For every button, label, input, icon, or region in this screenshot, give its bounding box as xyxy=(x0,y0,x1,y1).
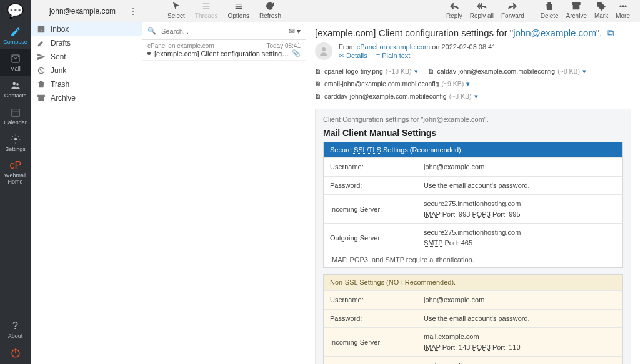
compose-icon xyxy=(10,26,21,37)
unread-dot-icon xyxy=(148,52,151,55)
svg-point-9 xyxy=(624,6,626,7)
archive-icon xyxy=(37,94,46,102)
forward-button[interactable]: Forward xyxy=(498,1,528,19)
details-toggle[interactable]: ✉ Details xyxy=(339,52,368,60)
search-bar: 🔍 ✉ ▾ xyxy=(142,22,306,40)
file-icon: 🗎 xyxy=(428,67,435,75)
folder-sent[interactable]: Sent xyxy=(31,50,142,64)
config-panel: Client Configuration settings for "john@… xyxy=(315,109,631,364)
svg-rect-11 xyxy=(38,95,45,96)
mail-icon xyxy=(10,53,21,64)
reply-button[interactable]: Reply xyxy=(442,1,466,19)
folder-trash[interactable]: Trash xyxy=(31,77,142,91)
nav-rail: 💬 Compose Mail Contacts Calendar Setting… xyxy=(0,0,31,364)
message-subject-full: [example.com] Client configuration setti… xyxy=(315,27,631,39)
delete-button[interactable]: Delete xyxy=(537,1,562,19)
attachment[interactable]: 🗎cpanel-logo-tiny.png (~18 KB) ▾ xyxy=(315,67,418,75)
message-header: From cPanel on example.com on 2022-02-03… xyxy=(315,42,631,60)
svg-rect-2 xyxy=(12,109,19,116)
nav-webmail-home[interactable]: cP Webmail Home xyxy=(0,156,31,189)
config-intro: Client Configuration settings for "john@… xyxy=(323,116,623,123)
reply-icon xyxy=(449,1,459,11)
inbox-icon xyxy=(37,25,46,34)
chevron-down-icon[interactable]: ▾ xyxy=(466,80,470,87)
account-menu-icon[interactable]: ⋮ xyxy=(129,7,137,16)
cursor-icon xyxy=(171,1,181,11)
svg-point-12 xyxy=(322,47,326,51)
forward-icon xyxy=(508,1,518,11)
trash-icon xyxy=(37,80,46,89)
folder-junk[interactable]: Junk xyxy=(31,64,142,77)
plaintext-toggle[interactable]: ≡ Plain text xyxy=(376,52,411,60)
archive-button[interactable]: Archive xyxy=(562,1,591,19)
avatar xyxy=(315,42,332,60)
message-list: 🔍 ✉ ▾ cPanel on example.com Today 08:41 … xyxy=(142,22,306,364)
threads-icon xyxy=(201,1,211,11)
trash-icon xyxy=(544,1,554,11)
secure-settings-table: Secure SSL/TLS Settings (Recommended) Us… xyxy=(323,142,623,268)
gear-icon xyxy=(10,134,21,145)
svg-point-7 xyxy=(619,6,621,7)
contacts-icon xyxy=(10,80,21,91)
message-subject: [example.com] Client configuration setti… xyxy=(154,50,289,57)
nav-mail[interactable]: Mail xyxy=(0,49,31,76)
svg-rect-5 xyxy=(572,3,580,5)
folder-inbox[interactable]: Inbox xyxy=(31,22,142,36)
tag-icon xyxy=(596,1,606,11)
chevron-down-icon[interactable]: ▾ xyxy=(414,67,418,75)
refresh-button[interactable]: Refresh xyxy=(254,1,286,19)
threads-button[interactable]: Threads xyxy=(190,1,223,19)
reply-all-button[interactable]: Reply all xyxy=(466,1,498,19)
calendar-icon xyxy=(10,107,21,118)
more-icon xyxy=(618,1,628,11)
attachment[interactable]: 🗎caldav-john@example.com.mobileconfig (~… xyxy=(428,67,587,75)
nav-settings[interactable]: Settings xyxy=(0,130,31,157)
message-time: Today 08:41 xyxy=(267,42,301,49)
list-toolbar: Select Threads Options Refresh xyxy=(142,0,306,22)
search-scope-icon[interactable]: ✉ ▾ xyxy=(289,27,301,36)
subject-email-link[interactable]: john@example.com xyxy=(513,27,596,38)
power-icon xyxy=(10,347,21,358)
options-button[interactable]: Options xyxy=(223,1,254,19)
secure-note: IMAP, POP3, and SMTP require authenticat… xyxy=(324,252,622,267)
folder-list: Inbox Drafts Sent Junk Trash Archive xyxy=(31,22,142,364)
nav-contacts[interactable]: Contacts xyxy=(0,76,31,103)
config-heading: Mail Client Manual Settings xyxy=(323,128,623,138)
reading-pane: [example.com] Client configuration setti… xyxy=(306,22,640,364)
message-row[interactable]: cPanel on example.com Today 08:41 [examp… xyxy=(142,40,306,61)
attachment-icon: 📎 xyxy=(292,49,301,57)
cpanel-icon: cP xyxy=(10,160,21,171)
more-button[interactable]: More xyxy=(612,1,634,19)
chevron-down-icon[interactable]: ▾ xyxy=(474,92,478,100)
fire-icon xyxy=(37,66,46,75)
folder-drafts[interactable]: Drafts xyxy=(31,36,142,50)
chevron-down-icon[interactable]: ▾ xyxy=(582,67,586,75)
sent-icon xyxy=(37,52,46,61)
nonsecure-header: Non-SSL Settings (NOT Recommended). xyxy=(324,275,622,290)
file-icon: 🗎 xyxy=(315,80,322,87)
from-link[interactable]: cPanel on example.com xyxy=(357,43,430,51)
reply-all-icon xyxy=(477,1,487,11)
app-logo: 💬 xyxy=(0,0,31,22)
sliders-icon xyxy=(234,1,244,11)
file-icon: 🗎 xyxy=(315,92,322,100)
svg-point-8 xyxy=(622,6,624,7)
nav-calendar[interactable]: Calendar xyxy=(0,103,31,130)
nav-power[interactable] xyxy=(0,343,31,364)
attachment[interactable]: 🗎email-john@example.com.mobileconfig (~9… xyxy=(315,80,470,87)
svg-point-6 xyxy=(599,4,600,5)
nav-about[interactable]: ? About xyxy=(0,317,31,343)
pencil-icon xyxy=(37,39,46,47)
question-icon: ? xyxy=(10,320,21,332)
mark-button[interactable]: Mark xyxy=(591,1,612,19)
open-external-icon[interactable]: ⧉ xyxy=(608,27,614,38)
nav-compose[interactable]: Compose xyxy=(0,22,31,49)
file-icon: 🗎 xyxy=(315,67,322,75)
svg-point-1 xyxy=(16,83,19,86)
search-input[interactable] xyxy=(159,25,289,37)
account-area: john@example.com ⋮ xyxy=(31,0,142,22)
attachment[interactable]: 🗎carddav-john@example.com.mobileconfig (… xyxy=(315,92,478,100)
select-button[interactable]: Select xyxy=(162,1,190,19)
message-from: cPanel on example.com xyxy=(148,42,214,49)
folder-archive[interactable]: Archive xyxy=(31,91,142,105)
